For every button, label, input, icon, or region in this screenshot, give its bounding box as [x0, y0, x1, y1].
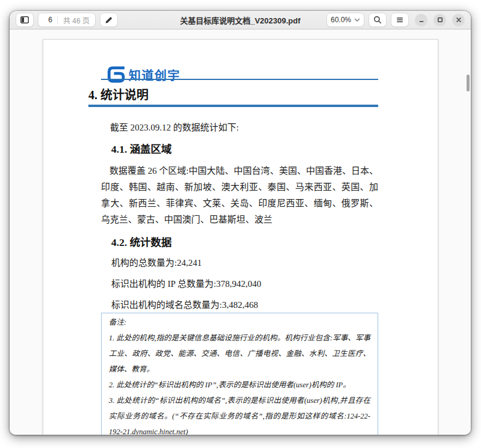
logo-header-rule — [101, 79, 378, 80]
note-item-1: 1. 此处的机构,指的是关键信息基础设施行业的机构。机构行业包含:军事、军事工业… — [109, 330, 370, 377]
stat-total-orgs: 机构的总数量为:24,241 — [111, 256, 378, 271]
document-view[interactable]: 知道创宇 4. 统计说明 截至 2023.09.12 的数据统计如下: 4.1.… — [10, 30, 471, 435]
page-indicator[interactable]: 6 共 46 页 — [38, 13, 96, 27]
desktop-background: 6 共 46 页 关基目标库说明文档_V202309.pdf 60.0% — [0, 0, 481, 448]
maximize-icon — [437, 16, 444, 23]
menu-button[interactable] — [391, 13, 409, 27]
note-box: 备注: 1. 此处的机构,指的是关键信息基础设施行业的机构。机构行业包含:军事、… — [101, 313, 378, 435]
regions-paragraph: 数据覆盖 26 个区域:中国大陆、中国台湾、美国、中国香港、日本、印度、韩国、越… — [101, 163, 378, 228]
vertical-scrollbar-thumb[interactable] — [467, 75, 470, 91]
sidebar-toggle-button[interactable] — [16, 13, 34, 27]
minimize-button[interactable] — [415, 14, 427, 26]
maximize-button[interactable] — [434, 14, 446, 26]
zoom-level-value: 60.0% — [331, 16, 351, 24]
sidebar-icon — [20, 15, 29, 25]
headerbar: 6 共 46 页 关基目标库说明文档_V202309.pdf 60.0% — [10, 11, 471, 29]
section-heading-4-1: 4.1. 涵盖区域 — [111, 142, 378, 156]
search-button[interactable] — [369, 13, 387, 27]
note-item-3: 3. 此处统计的“标识出机构的域名”,表示的是标识出使用者(user)机构,并且… — [109, 393, 370, 435]
hamburger-icon — [396, 16, 404, 24]
page-number-input[interactable]: 6 — [38, 16, 57, 24]
stat-total-domains: 标识出机构的域名总数量为:3,482,468 — [111, 298, 378, 313]
knownsec-logo-icon — [106, 66, 126, 84]
close-button[interactable] — [452, 14, 465, 26]
zoom-level-dropdown[interactable]: 60.0% — [326, 13, 364, 27]
minimize-icon — [418, 16, 425, 23]
pdf-page: 知道创宇 4. 统计说明 截至 2023.09.12 的数据统计如下: 4.1.… — [43, 39, 438, 435]
page-total-label: 共 46 页 — [58, 15, 95, 25]
section-heading-4-2: 4.2. 统计数据 — [111, 235, 378, 250]
knownsec-logo-text: 知道创宇 — [129, 66, 180, 84]
pdf-viewer-window: 6 共 46 页 关基目标库说明文档_V202309.pdf 60.0% — [10, 11, 471, 435]
knownsec-logo: 知道创宇 — [101, 66, 378, 84]
note-item-2: 2. 此处统计的“标识出机构的 IP”,表示的是标识出使用者(user)机构的 … — [109, 377, 370, 393]
chevron-down-icon — [354, 18, 360, 22]
note-title: 备注: — [109, 315, 370, 330]
headerbar-right-group: 60.0% — [326, 13, 465, 27]
magnifier-icon — [373, 15, 382, 25]
page-content: 知道创宇 4. 统计说明 截至 2023.09.12 的数据统计如下: 4.1.… — [43, 40, 438, 435]
stat-total-ips: 标识出机构的 IP 总数量为:378,942,040 — [111, 277, 378, 292]
close-icon — [455, 16, 462, 23]
section-heading-4: 4. 统计说明 — [88, 87, 378, 107]
pen-icon — [104, 15, 114, 25]
headerbar-left-group: 6 共 46 页 — [16, 13, 118, 27]
intro-paragraph: 截至 2023.09.12 的数据统计如下: — [101, 120, 378, 135]
annotate-button[interactable] — [100, 13, 118, 27]
